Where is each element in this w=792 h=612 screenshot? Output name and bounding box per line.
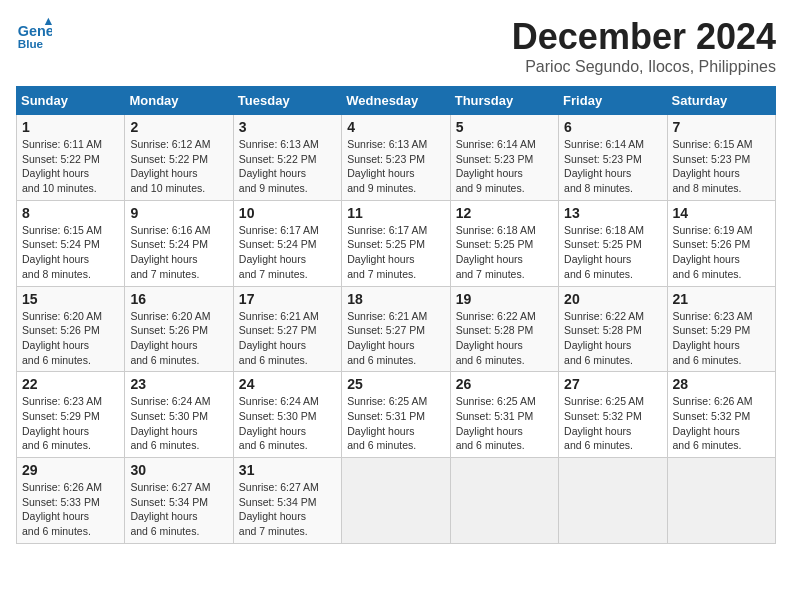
- day-info: Sunrise: 6:25 AMSunset: 5:31 PMDaylight …: [456, 394, 553, 453]
- day-info: Sunrise: 6:11 AMSunset: 5:22 PMDaylight …: [22, 137, 119, 196]
- day-info: Sunrise: 6:16 AMSunset: 5:24 PMDaylight …: [130, 223, 227, 282]
- day-info: Sunrise: 6:22 AMSunset: 5:28 PMDaylight …: [564, 309, 661, 368]
- calendar-cell: 4Sunrise: 6:13 AMSunset: 5:23 PMDaylight…: [342, 115, 450, 201]
- day-info: Sunrise: 6:17 AMSunset: 5:25 PMDaylight …: [347, 223, 444, 282]
- calendar-cell: 27Sunrise: 6:25 AMSunset: 5:32 PMDayligh…: [559, 372, 667, 458]
- calendar-cell: 25Sunrise: 6:25 AMSunset: 5:31 PMDayligh…: [342, 372, 450, 458]
- day-info: Sunrise: 6:20 AMSunset: 5:26 PMDaylight …: [130, 309, 227, 368]
- day-number: 20: [564, 291, 661, 307]
- day-info: Sunrise: 6:20 AMSunset: 5:26 PMDaylight …: [22, 309, 119, 368]
- svg-marker-2: [45, 18, 52, 25]
- calendar-header: SundayMondayTuesdayWednesdayThursdayFrid…: [17, 87, 776, 115]
- calendar-cell: 30Sunrise: 6:27 AMSunset: 5:34 PMDayligh…: [125, 458, 233, 544]
- calendar-cell: 11Sunrise: 6:17 AMSunset: 5:25 PMDayligh…: [342, 200, 450, 286]
- calendar-cell: 9Sunrise: 6:16 AMSunset: 5:24 PMDaylight…: [125, 200, 233, 286]
- day-info: Sunrise: 6:24 AMSunset: 5:30 PMDaylight …: [130, 394, 227, 453]
- weekday-header-friday: Friday: [559, 87, 667, 115]
- calendar-cell: 23Sunrise: 6:24 AMSunset: 5:30 PMDayligh…: [125, 372, 233, 458]
- calendar-cell: 8Sunrise: 6:15 AMSunset: 5:24 PMDaylight…: [17, 200, 125, 286]
- calendar-cell: 16Sunrise: 6:20 AMSunset: 5:26 PMDayligh…: [125, 286, 233, 372]
- calendar-cell: [342, 458, 450, 544]
- calendar-cell: 21Sunrise: 6:23 AMSunset: 5:29 PMDayligh…: [667, 286, 775, 372]
- calendar-cell: 28Sunrise: 6:26 AMSunset: 5:32 PMDayligh…: [667, 372, 775, 458]
- calendar-cell: 13Sunrise: 6:18 AMSunset: 5:25 PMDayligh…: [559, 200, 667, 286]
- weekday-header-monday: Monday: [125, 87, 233, 115]
- calendar-cell: 7Sunrise: 6:15 AMSunset: 5:23 PMDaylight…: [667, 115, 775, 201]
- weekday-header-saturday: Saturday: [667, 87, 775, 115]
- day-number: 23: [130, 376, 227, 392]
- location-title: Parioc Segundo, Ilocos, Philippines: [512, 58, 776, 76]
- day-info: Sunrise: 6:23 AMSunset: 5:29 PMDaylight …: [22, 394, 119, 453]
- day-number: 30: [130, 462, 227, 478]
- logo: General Blue: [16, 16, 52, 52]
- svg-text:Blue: Blue: [18, 37, 44, 50]
- day-info: Sunrise: 6:19 AMSunset: 5:26 PMDaylight …: [673, 223, 770, 282]
- day-number: 24: [239, 376, 336, 392]
- day-number: 15: [22, 291, 119, 307]
- calendar-week-2: 8Sunrise: 6:15 AMSunset: 5:24 PMDaylight…: [17, 200, 776, 286]
- day-info: Sunrise: 6:13 AMSunset: 5:22 PMDaylight …: [239, 137, 336, 196]
- day-info: Sunrise: 6:25 AMSunset: 5:32 PMDaylight …: [564, 394, 661, 453]
- calendar-cell: 12Sunrise: 6:18 AMSunset: 5:25 PMDayligh…: [450, 200, 558, 286]
- calendar-cell: 31Sunrise: 6:27 AMSunset: 5:34 PMDayligh…: [233, 458, 341, 544]
- day-number: 8: [22, 205, 119, 221]
- day-number: 28: [673, 376, 770, 392]
- calendar-cell: 24Sunrise: 6:24 AMSunset: 5:30 PMDayligh…: [233, 372, 341, 458]
- day-info: Sunrise: 6:14 AMSunset: 5:23 PMDaylight …: [564, 137, 661, 196]
- calendar-cell: 22Sunrise: 6:23 AMSunset: 5:29 PMDayligh…: [17, 372, 125, 458]
- calendar-cell: 2Sunrise: 6:12 AMSunset: 5:22 PMDaylight…: [125, 115, 233, 201]
- day-info: Sunrise: 6:21 AMSunset: 5:27 PMDaylight …: [347, 309, 444, 368]
- day-info: Sunrise: 6:24 AMSunset: 5:30 PMDaylight …: [239, 394, 336, 453]
- calendar-cell: 10Sunrise: 6:17 AMSunset: 5:24 PMDayligh…: [233, 200, 341, 286]
- day-number: 16: [130, 291, 227, 307]
- day-info: Sunrise: 6:26 AMSunset: 5:32 PMDaylight …: [673, 394, 770, 453]
- day-number: 6: [564, 119, 661, 135]
- calendar-cell: 19Sunrise: 6:22 AMSunset: 5:28 PMDayligh…: [450, 286, 558, 372]
- day-info: Sunrise: 6:21 AMSunset: 5:27 PMDaylight …: [239, 309, 336, 368]
- svg-text:General: General: [18, 23, 52, 39]
- day-number: 1: [22, 119, 119, 135]
- title-block: December 2024 Parioc Segundo, Ilocos, Ph…: [512, 16, 776, 76]
- calendar-cell: 15Sunrise: 6:20 AMSunset: 5:26 PMDayligh…: [17, 286, 125, 372]
- day-info: Sunrise: 6:22 AMSunset: 5:28 PMDaylight …: [456, 309, 553, 368]
- day-info: Sunrise: 6:27 AMSunset: 5:34 PMDaylight …: [130, 480, 227, 539]
- calendar-cell: 20Sunrise: 6:22 AMSunset: 5:28 PMDayligh…: [559, 286, 667, 372]
- day-info: Sunrise: 6:12 AMSunset: 5:22 PMDaylight …: [130, 137, 227, 196]
- calendar-cell: [559, 458, 667, 544]
- calendar-cell: 29Sunrise: 6:26 AMSunset: 5:33 PMDayligh…: [17, 458, 125, 544]
- day-info: Sunrise: 6:26 AMSunset: 5:33 PMDaylight …: [22, 480, 119, 539]
- day-info: Sunrise: 6:14 AMSunset: 5:23 PMDaylight …: [456, 137, 553, 196]
- month-title: December 2024: [512, 16, 776, 58]
- day-number: 18: [347, 291, 444, 307]
- day-number: 13: [564, 205, 661, 221]
- day-number: 12: [456, 205, 553, 221]
- day-number: 7: [673, 119, 770, 135]
- weekday-header-tuesday: Tuesday: [233, 87, 341, 115]
- day-number: 4: [347, 119, 444, 135]
- day-number: 26: [456, 376, 553, 392]
- weekday-header-wednesday: Wednesday: [342, 87, 450, 115]
- day-info: Sunrise: 6:13 AMSunset: 5:23 PMDaylight …: [347, 137, 444, 196]
- day-number: 11: [347, 205, 444, 221]
- calendar-cell: 18Sunrise: 6:21 AMSunset: 5:27 PMDayligh…: [342, 286, 450, 372]
- day-number: 17: [239, 291, 336, 307]
- day-number: 19: [456, 291, 553, 307]
- day-info: Sunrise: 6:27 AMSunset: 5:34 PMDaylight …: [239, 480, 336, 539]
- day-info: Sunrise: 6:17 AMSunset: 5:24 PMDaylight …: [239, 223, 336, 282]
- day-number: 9: [130, 205, 227, 221]
- day-info: Sunrise: 6:25 AMSunset: 5:31 PMDaylight …: [347, 394, 444, 453]
- day-info: Sunrise: 6:15 AMSunset: 5:23 PMDaylight …: [673, 137, 770, 196]
- day-number: 3: [239, 119, 336, 135]
- weekday-header-thursday: Thursday: [450, 87, 558, 115]
- day-number: 25: [347, 376, 444, 392]
- page-header: General Blue December 2024 Parioc Segund…: [16, 16, 776, 76]
- day-number: 22: [22, 376, 119, 392]
- calendar-week-4: 22Sunrise: 6:23 AMSunset: 5:29 PMDayligh…: [17, 372, 776, 458]
- calendar-cell: 14Sunrise: 6:19 AMSunset: 5:26 PMDayligh…: [667, 200, 775, 286]
- calendar-cell: 6Sunrise: 6:14 AMSunset: 5:23 PMDaylight…: [559, 115, 667, 201]
- day-number: 21: [673, 291, 770, 307]
- calendar-week-3: 15Sunrise: 6:20 AMSunset: 5:26 PMDayligh…: [17, 286, 776, 372]
- day-info: Sunrise: 6:23 AMSunset: 5:29 PMDaylight …: [673, 309, 770, 368]
- calendar-cell: 26Sunrise: 6:25 AMSunset: 5:31 PMDayligh…: [450, 372, 558, 458]
- calendar-cell: 5Sunrise: 6:14 AMSunset: 5:23 PMDaylight…: [450, 115, 558, 201]
